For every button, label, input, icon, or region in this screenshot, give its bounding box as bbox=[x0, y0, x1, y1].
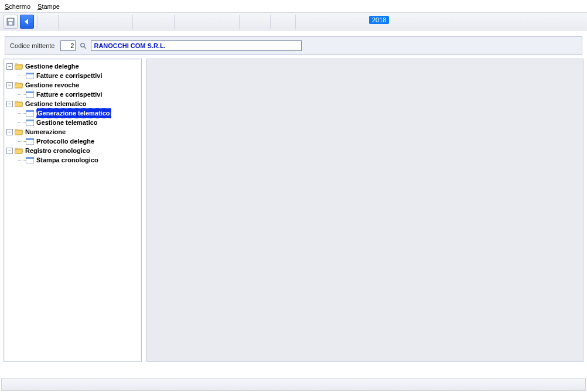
year-badge: 2018 bbox=[369, 16, 389, 24]
svg-rect-6 bbox=[26, 73, 34, 74]
toolbar-separator bbox=[58, 15, 59, 29]
folder-open-icon bbox=[15, 81, 23, 88]
save-button[interactable] bbox=[4, 15, 18, 29]
status-bar bbox=[1, 378, 586, 391]
menu-bar: Schermo Stampe bbox=[0, 0, 587, 13]
sender-code-label: Codice mittente bbox=[10, 42, 54, 49]
folder-open-icon bbox=[15, 63, 23, 70]
toolbar-separator bbox=[270, 15, 271, 29]
toolbar-separator bbox=[37, 15, 38, 29]
toolbar-separator bbox=[174, 15, 175, 29]
svg-rect-10 bbox=[26, 110, 34, 112]
window-icon bbox=[26, 91, 34, 98]
tree-connector bbox=[18, 110, 26, 117]
toolbar-separator bbox=[295, 15, 296, 29]
tree-item-fatture-corrispettivi[interactable]: Fatture e corrispettivi bbox=[5, 71, 140, 80]
tree-label: Fatture e corrispettivi bbox=[36, 71, 102, 80]
lookup-icon[interactable] bbox=[79, 42, 87, 50]
tree-connector bbox=[18, 157, 26, 163]
tree-connector bbox=[18, 120, 26, 126]
main-area: − Gestione deleghe Fatture e corrispetti… bbox=[4, 59, 583, 362]
svg-rect-14 bbox=[26, 138, 34, 140]
tree-label: Gestione telematico bbox=[25, 99, 87, 108]
expander-icon[interactable]: − bbox=[6, 129, 13, 135]
svg-line-4 bbox=[84, 47, 87, 49]
window-icon bbox=[26, 138, 34, 145]
sender-name-input[interactable] bbox=[91, 40, 302, 51]
tree-item-protocollo-deleghe[interactable]: Protocollo deleghe bbox=[5, 137, 140, 146]
tree-item-gestione-telematico[interactable]: Gestione telematico bbox=[5, 118, 140, 127]
sender-code-panel: Codice mittente bbox=[5, 36, 582, 55]
svg-rect-1 bbox=[8, 19, 13, 21]
tree-folder-gestione-revoche[interactable]: − Gestione revoche bbox=[5, 80, 140, 90]
back-button[interactable] bbox=[20, 15, 34, 29]
window-icon bbox=[26, 73, 34, 79]
tree-label: Gestione telematico bbox=[36, 118, 98, 127]
tree-label: Gestione revoche bbox=[25, 80, 79, 90]
tree-folder-gestione-telematico[interactable]: − Gestione telematico bbox=[5, 99, 140, 108]
svg-point-3 bbox=[81, 43, 84, 47]
expander-icon[interactable]: − bbox=[6, 63, 13, 70]
window-icon bbox=[26, 120, 34, 126]
tree-connector bbox=[18, 138, 26, 145]
tree-label: Fatture e corrispettivi bbox=[36, 90, 102, 99]
tree-label: Protocollo deleghe bbox=[36, 137, 94, 146]
svg-rect-2 bbox=[9, 22, 12, 25]
tree-item-generazione-telematico[interactable]: Generazione telematico bbox=[5, 108, 140, 118]
window-icon bbox=[26, 110, 34, 117]
tree-connector bbox=[18, 91, 26, 98]
folder-open-icon bbox=[15, 147, 23, 154]
tree-folder-numerazione[interactable]: − Numerazione bbox=[5, 127, 140, 137]
tree-item-fatture-corrispettivi-2[interactable]: Fatture e corrispettivi bbox=[5, 90, 140, 99]
expander-icon[interactable]: − bbox=[6, 82, 13, 88]
toolbar-separator bbox=[132, 15, 133, 29]
tree-item-stampa-cronologico[interactable]: Stampa cronologico bbox=[5, 155, 140, 165]
expander-icon[interactable]: − bbox=[6, 101, 13, 107]
content-panel bbox=[146, 59, 583, 362]
window-icon bbox=[26, 157, 34, 163]
tree-connector bbox=[18, 73, 26, 79]
tree-label: Numerazione bbox=[25, 127, 66, 137]
svg-rect-16 bbox=[26, 157, 34, 159]
tree-label-selected: Generazione telematico bbox=[36, 108, 111, 118]
tree-folder-registro-cronologico[interactable]: − Registro cronologico bbox=[5, 146, 140, 155]
folder-open-icon bbox=[15, 128, 23, 135]
toolbar-separator bbox=[239, 15, 240, 29]
tree-panel: − Gestione deleghe Fatture e corrispetti… bbox=[4, 59, 142, 362]
tree-label: Gestione deleghe bbox=[25, 62, 79, 71]
tree-label: Registro cronologico bbox=[25, 146, 90, 155]
folder-open-icon bbox=[15, 100, 23, 107]
toolbar: 2018 bbox=[0, 13, 587, 30]
svg-rect-8 bbox=[26, 91, 34, 93]
tree-folder-gestione-deleghe[interactable]: − Gestione deleghe bbox=[5, 62, 140, 71]
menu-stampe[interactable]: Stampe bbox=[37, 3, 60, 10]
save-icon bbox=[6, 18, 15, 26]
sender-code-input[interactable] bbox=[60, 40, 76, 51]
tree-label: Stampa cronologico bbox=[36, 155, 98, 165]
svg-rect-12 bbox=[26, 120, 34, 121]
back-arrow-icon bbox=[23, 18, 31, 26]
expander-icon[interactable]: − bbox=[6, 148, 13, 154]
menu-schermo[interactable]: Schermo bbox=[5, 3, 30, 10]
